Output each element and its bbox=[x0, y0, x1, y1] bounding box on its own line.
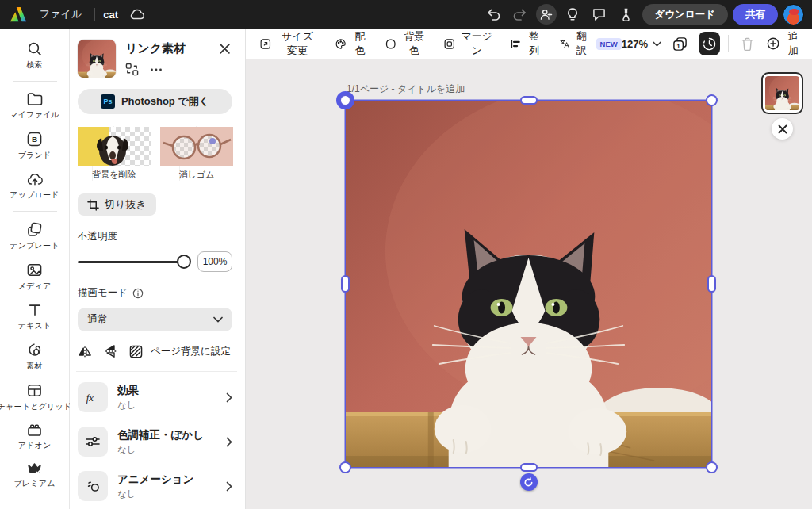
resize-tool[interactable]: サイズ変更 bbox=[260, 29, 318, 58]
timeline-button[interactable] bbox=[699, 32, 720, 55]
chevron-right-icon bbox=[226, 437, 232, 447]
color-scheme-tool[interactable]: 配色 bbox=[335, 29, 368, 58]
comments-icon[interactable] bbox=[588, 3, 611, 25]
media-icon bbox=[27, 262, 42, 277]
elements-icon bbox=[27, 343, 42, 358]
chevron-right-icon bbox=[226, 481, 232, 492]
delete-button[interactable] bbox=[737, 32, 758, 55]
selected-image[interactable] bbox=[346, 101, 711, 467]
translate-icon bbox=[560, 37, 569, 50]
sidebar-divider bbox=[13, 81, 57, 82]
resize-handle-bottom[interactable] bbox=[522, 465, 536, 470]
canvas-toolbar: サイズ変更 配色 背景色 マージン bbox=[246, 29, 812, 59]
effects-row[interactable]: fx 効果 なし bbox=[78, 375, 232, 419]
adjustments-icon bbox=[78, 427, 108, 457]
sidebar-item-media[interactable]: メディア bbox=[5, 258, 65, 297]
eraser-action[interactable]: 消しゴム bbox=[160, 127, 233, 181]
open-in-photoshop-button[interactable]: Ps Photoshop で開く bbox=[78, 89, 232, 114]
close-panel-icon[interactable] bbox=[217, 41, 232, 56]
margin-icon bbox=[444, 37, 455, 51]
background-color-icon bbox=[385, 37, 396, 51]
rotate-handle[interactable] bbox=[520, 473, 538, 491]
beta-flask-icon[interactable] bbox=[615, 3, 638, 25]
editor-stage: サイズ変更 配色 背景色 マージン bbox=[246, 29, 812, 509]
panel-divider bbox=[76, 371, 237, 372]
page-thumbnail[interactable] bbox=[761, 72, 803, 114]
templates-icon bbox=[27, 222, 42, 237]
page-label[interactable]: 1/1ページ - タイトルを追加 bbox=[347, 82, 465, 96]
sidebar-item-templates[interactable]: テンプレート bbox=[5, 217, 65, 256]
resize-handle-left[interactable] bbox=[343, 277, 348, 291]
sidebar-item-premium[interactable]: プレミアム bbox=[5, 457, 65, 494]
asset-properties-panel: リンク素材 Ps Photoshop で開く bbox=[70, 29, 246, 509]
asset-thumbnail[interactable] bbox=[78, 40, 116, 78]
resize-handle-right[interactable] bbox=[709, 277, 714, 291]
add-collaborator-button[interactable] bbox=[536, 4, 557, 25]
resize-handle-top[interactable] bbox=[522, 98, 536, 103]
redo-button[interactable] bbox=[509, 3, 531, 25]
panel-title: リンク素材 bbox=[125, 41, 208, 56]
align-icon bbox=[511, 38, 520, 50]
adobe-express-logo[interactable] bbox=[10, 6, 27, 22]
cloud-sync-icon bbox=[126, 3, 148, 25]
undo-button[interactable] bbox=[482, 3, 504, 25]
share-button[interactable]: 共有 bbox=[733, 4, 778, 25]
close-page-rail-icon[interactable] bbox=[772, 118, 793, 140]
canvas-area[interactable]: 1/1ページ - タイトルを追加 bbox=[246, 59, 812, 509]
sidebar-item-text[interactable]: テキスト bbox=[5, 298, 65, 336]
remove-background-action[interactable]: 背景を削除 bbox=[78, 127, 151, 181]
blend-mode-select[interactable]: 通常 bbox=[78, 308, 232, 331]
background-color-tool[interactable]: 背景色 bbox=[385, 29, 426, 58]
flip-vertical-icon[interactable] bbox=[105, 344, 117, 358]
top-bar: ファイル cat bbox=[0, 0, 812, 29]
text-icon bbox=[28, 303, 42, 317]
sidebar-item-charts-grids[interactable]: チャートとグリッド bbox=[5, 378, 65, 417]
translate-tool[interactable]: 翻訳 NEW bbox=[560, 29, 622, 58]
opacity-slider[interactable] bbox=[78, 254, 190, 269]
document-title[interactable]: cat bbox=[103, 9, 118, 21]
info-icon bbox=[132, 288, 144, 299]
adjustments-row[interactable]: 色調補正・ぼかし なし bbox=[78, 419, 232, 464]
charts-grids-icon bbox=[27, 383, 42, 398]
sidebar-item-upload[interactable]: アップロード bbox=[5, 167, 65, 205]
flip-horizontal-icon[interactable] bbox=[78, 346, 92, 358]
opacity-slider-knob[interactable] bbox=[177, 254, 191, 269]
opacity-value[interactable]: 100% bbox=[197, 251, 232, 272]
sidebar-item-my-files[interactable]: マイファイル bbox=[5, 87, 65, 125]
adobe-express-logo-icon bbox=[10, 6, 27, 22]
set-page-background-label: ページ背景に設定 bbox=[151, 345, 231, 358]
resize-icon bbox=[260, 37, 271, 51]
brand-icon: B bbox=[27, 132, 42, 147]
sidebar-item-brand[interactable]: B ブランド bbox=[5, 127, 65, 166]
set-page-background-icon[interactable] bbox=[129, 345, 143, 358]
zoom-control[interactable]: 127% bbox=[622, 38, 661, 50]
sidebar-item-search[interactable]: 検索 bbox=[5, 36, 65, 75]
resize-handle-top-left[interactable] bbox=[341, 96, 350, 105]
relink-asset-icon[interactable] bbox=[125, 63, 139, 76]
align-tool[interactable]: 整列 bbox=[511, 29, 542, 58]
sidebar-item-addons[interactable]: アドオン bbox=[5, 419, 65, 456]
cat-photo bbox=[765, 76, 799, 110]
account-avatar[interactable] bbox=[783, 4, 804, 25]
adobe-express-app: ファイル cat bbox=[0, 0, 812, 509]
add-button[interactable]: 追加 bbox=[767, 29, 802, 58]
resize-handle-top-right[interactable] bbox=[707, 96, 716, 105]
crop-button[interactable]: 切り抜き bbox=[78, 193, 156, 216]
margin-tool[interactable]: マージン bbox=[444, 29, 494, 58]
resize-handle-bottom-right[interactable] bbox=[707, 463, 716, 472]
pages-button[interactable]: 1 bbox=[669, 32, 691, 55]
color-scheme-icon bbox=[335, 37, 346, 51]
blend-mode-label: 描画モード bbox=[78, 286, 128, 300]
upload-icon bbox=[27, 172, 43, 186]
animation-row[interactable]: アニメーション なし bbox=[78, 464, 232, 508]
sidebar-item-elements[interactable]: 素材 bbox=[5, 338, 65, 377]
eraser-thumb bbox=[160, 127, 233, 166]
more-options-icon[interactable] bbox=[150, 63, 163, 76]
resize-handle-bottom-left[interactable] bbox=[341, 463, 350, 472]
chevron-down-icon bbox=[213, 316, 223, 323]
timeline-clock-icon bbox=[703, 37, 716, 51]
download-button[interactable]: ダウンロード bbox=[642, 4, 728, 25]
file-menu[interactable]: ファイル bbox=[35, 6, 86, 23]
suggestions-icon[interactable] bbox=[561, 3, 584, 25]
sidebar-divider bbox=[13, 211, 57, 212]
